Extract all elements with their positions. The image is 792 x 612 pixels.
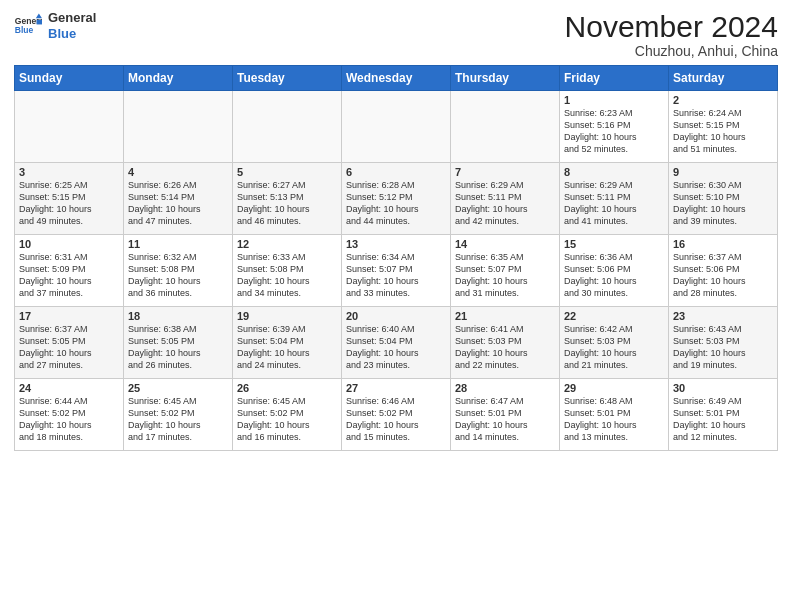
day-number: 28 <box>455 382 555 394</box>
calendar-cell: 23Sunrise: 6:43 AMSunset: 5:03 PMDayligh… <box>669 307 778 379</box>
calendar-cell: 1Sunrise: 6:23 AMSunset: 5:16 PMDaylight… <box>560 91 669 163</box>
day-info: Sunrise: 6:36 AMSunset: 5:06 PMDaylight:… <box>564 251 664 300</box>
day-info: Sunrise: 6:29 AMSunset: 5:11 PMDaylight:… <box>564 179 664 228</box>
calendar-cell: 4Sunrise: 6:26 AMSunset: 5:14 PMDaylight… <box>124 163 233 235</box>
calendar-cell: 19Sunrise: 6:39 AMSunset: 5:04 PMDayligh… <box>233 307 342 379</box>
day-of-week-saturday: Saturday <box>669 66 778 91</box>
calendar-cell: 13Sunrise: 6:34 AMSunset: 5:07 PMDayligh… <box>342 235 451 307</box>
day-info: Sunrise: 6:46 AMSunset: 5:02 PMDaylight:… <box>346 395 446 444</box>
calendar-cell: 5Sunrise: 6:27 AMSunset: 5:13 PMDaylight… <box>233 163 342 235</box>
calendar-cell: 26Sunrise: 6:45 AMSunset: 5:02 PMDayligh… <box>233 379 342 451</box>
day-number: 21 <box>455 310 555 322</box>
month-title: November 2024 <box>565 10 778 43</box>
calendar-cell: 21Sunrise: 6:41 AMSunset: 5:03 PMDayligh… <box>451 307 560 379</box>
logo: General Blue General Blue <box>14 10 96 41</box>
day-number: 19 <box>237 310 337 322</box>
day-number: 12 <box>237 238 337 250</box>
calendar-week-4: 17Sunrise: 6:37 AMSunset: 5:05 PMDayligh… <box>15 307 778 379</box>
day-info: Sunrise: 6:49 AMSunset: 5:01 PMDaylight:… <box>673 395 773 444</box>
day-info: Sunrise: 6:47 AMSunset: 5:01 PMDaylight:… <box>455 395 555 444</box>
calendar-cell: 7Sunrise: 6:29 AMSunset: 5:11 PMDaylight… <box>451 163 560 235</box>
day-info: Sunrise: 6:45 AMSunset: 5:02 PMDaylight:… <box>128 395 228 444</box>
calendar-cell: 27Sunrise: 6:46 AMSunset: 5:02 PMDayligh… <box>342 379 451 451</box>
location: Chuzhou, Anhui, China <box>565 43 778 59</box>
calendar-cell: 10Sunrise: 6:31 AMSunset: 5:09 PMDayligh… <box>15 235 124 307</box>
title-block: November 2024 Chuzhou, Anhui, China <box>565 10 778 59</box>
day-number: 15 <box>564 238 664 250</box>
day-info: Sunrise: 6:32 AMSunset: 5:08 PMDaylight:… <box>128 251 228 300</box>
day-number: 20 <box>346 310 446 322</box>
day-number: 25 <box>128 382 228 394</box>
day-number: 14 <box>455 238 555 250</box>
calendar-cell: 17Sunrise: 6:37 AMSunset: 5:05 PMDayligh… <box>15 307 124 379</box>
calendar-cell: 15Sunrise: 6:36 AMSunset: 5:06 PMDayligh… <box>560 235 669 307</box>
day-number: 11 <box>128 238 228 250</box>
day-info: Sunrise: 6:34 AMSunset: 5:07 PMDaylight:… <box>346 251 446 300</box>
day-info: Sunrise: 6:29 AMSunset: 5:11 PMDaylight:… <box>455 179 555 228</box>
calendar-cell: 2Sunrise: 6:24 AMSunset: 5:15 PMDaylight… <box>669 91 778 163</box>
day-info: Sunrise: 6:44 AMSunset: 5:02 PMDaylight:… <box>19 395 119 444</box>
day-number: 30 <box>673 382 773 394</box>
calendar-week-5: 24Sunrise: 6:44 AMSunset: 5:02 PMDayligh… <box>15 379 778 451</box>
calendar-cell <box>342 91 451 163</box>
day-number: 16 <box>673 238 773 250</box>
calendar-cell <box>451 91 560 163</box>
day-number: 1 <box>564 94 664 106</box>
calendar-week-1: 1Sunrise: 6:23 AMSunset: 5:16 PMDaylight… <box>15 91 778 163</box>
calendar-week-2: 3Sunrise: 6:25 AMSunset: 5:15 PMDaylight… <box>15 163 778 235</box>
calendar-cell: 29Sunrise: 6:48 AMSunset: 5:01 PMDayligh… <box>560 379 669 451</box>
day-number: 13 <box>346 238 446 250</box>
day-number: 2 <box>673 94 773 106</box>
calendar-cell: 22Sunrise: 6:42 AMSunset: 5:03 PMDayligh… <box>560 307 669 379</box>
logo-general-text: General <box>48 10 96 26</box>
day-info: Sunrise: 6:27 AMSunset: 5:13 PMDaylight:… <box>237 179 337 228</box>
day-info: Sunrise: 6:30 AMSunset: 5:10 PMDaylight:… <box>673 179 773 228</box>
day-number: 23 <box>673 310 773 322</box>
day-of-week-wednesday: Wednesday <box>342 66 451 91</box>
day-info: Sunrise: 6:35 AMSunset: 5:07 PMDaylight:… <box>455 251 555 300</box>
day-info: Sunrise: 6:45 AMSunset: 5:02 PMDaylight:… <box>237 395 337 444</box>
day-number: 27 <box>346 382 446 394</box>
day-info: Sunrise: 6:37 AMSunset: 5:05 PMDaylight:… <box>19 323 119 372</box>
day-info: Sunrise: 6:37 AMSunset: 5:06 PMDaylight:… <box>673 251 773 300</box>
day-info: Sunrise: 6:43 AMSunset: 5:03 PMDaylight:… <box>673 323 773 372</box>
day-number: 5 <box>237 166 337 178</box>
day-number: 8 <box>564 166 664 178</box>
calendar-cell: 28Sunrise: 6:47 AMSunset: 5:01 PMDayligh… <box>451 379 560 451</box>
day-of-week-thursday: Thursday <box>451 66 560 91</box>
svg-marker-3 <box>37 19 42 24</box>
day-number: 22 <box>564 310 664 322</box>
calendar-week-3: 10Sunrise: 6:31 AMSunset: 5:09 PMDayligh… <box>15 235 778 307</box>
day-info: Sunrise: 6:25 AMSunset: 5:15 PMDaylight:… <box>19 179 119 228</box>
calendar-cell: 8Sunrise: 6:29 AMSunset: 5:11 PMDaylight… <box>560 163 669 235</box>
calendar: SundayMondayTuesdayWednesdayThursdayFrid… <box>14 65 778 451</box>
day-number: 17 <box>19 310 119 322</box>
day-number: 9 <box>673 166 773 178</box>
header: General Blue General Blue November 2024 … <box>14 10 778 59</box>
day-info: Sunrise: 6:42 AMSunset: 5:03 PMDaylight:… <box>564 323 664 372</box>
day-info: Sunrise: 6:33 AMSunset: 5:08 PMDaylight:… <box>237 251 337 300</box>
day-number: 29 <box>564 382 664 394</box>
day-number: 6 <box>346 166 446 178</box>
page: General Blue General Blue November 2024 … <box>0 0 792 612</box>
day-info: Sunrise: 6:31 AMSunset: 5:09 PMDaylight:… <box>19 251 119 300</box>
day-number: 10 <box>19 238 119 250</box>
day-info: Sunrise: 6:48 AMSunset: 5:01 PMDaylight:… <box>564 395 664 444</box>
day-number: 18 <box>128 310 228 322</box>
calendar-cell: 16Sunrise: 6:37 AMSunset: 5:06 PMDayligh… <box>669 235 778 307</box>
day-info: Sunrise: 6:39 AMSunset: 5:04 PMDaylight:… <box>237 323 337 372</box>
calendar-cell: 9Sunrise: 6:30 AMSunset: 5:10 PMDaylight… <box>669 163 778 235</box>
calendar-cell: 25Sunrise: 6:45 AMSunset: 5:02 PMDayligh… <box>124 379 233 451</box>
calendar-cell: 24Sunrise: 6:44 AMSunset: 5:02 PMDayligh… <box>15 379 124 451</box>
calendar-cell <box>15 91 124 163</box>
calendar-cell: 20Sunrise: 6:40 AMSunset: 5:04 PMDayligh… <box>342 307 451 379</box>
calendar-cell: 30Sunrise: 6:49 AMSunset: 5:01 PMDayligh… <box>669 379 778 451</box>
day-info: Sunrise: 6:28 AMSunset: 5:12 PMDaylight:… <box>346 179 446 228</box>
day-info: Sunrise: 6:41 AMSunset: 5:03 PMDaylight:… <box>455 323 555 372</box>
calendar-cell: 11Sunrise: 6:32 AMSunset: 5:08 PMDayligh… <box>124 235 233 307</box>
day-number: 24 <box>19 382 119 394</box>
calendar-cell <box>233 91 342 163</box>
day-info: Sunrise: 6:26 AMSunset: 5:14 PMDaylight:… <box>128 179 228 228</box>
calendar-cell: 3Sunrise: 6:25 AMSunset: 5:15 PMDaylight… <box>15 163 124 235</box>
day-info: Sunrise: 6:24 AMSunset: 5:15 PMDaylight:… <box>673 107 773 156</box>
